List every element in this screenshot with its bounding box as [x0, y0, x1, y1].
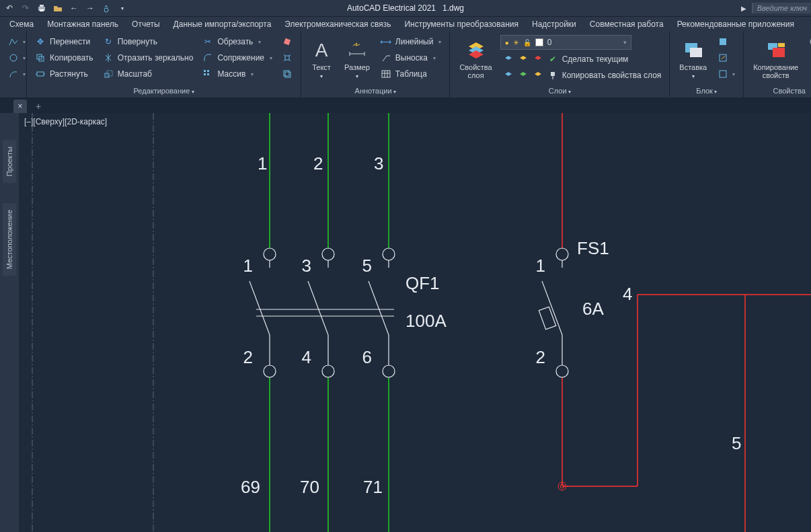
table-button[interactable]: Таблица [378, 67, 445, 81]
svg-rect-10 [204, 70, 206, 72]
color-button[interactable]: ▾ [806, 35, 811, 48]
array-button[interactable]: Массив [200, 67, 275, 81]
make-current-button[interactable]: ✔ Сделать текущим [500, 52, 664, 66]
qat-dropdown-icon[interactable]: ▾ [117, 3, 128, 13]
doc-tab-new[interactable]: + [31, 100, 46, 113]
mirror-button[interactable]: Отразить зеркально [100, 51, 196, 65]
copy-layer-props-button[interactable]: Копировать свойства слоя [500, 69, 664, 82]
fs-t4: 4 [623, 284, 632, 304]
fs-t1: 1 [536, 256, 545, 276]
qf-rating: 100A [406, 311, 447, 331]
menubar: Схема Монтажная панель Отчеты Данные имп… [0, 16, 811, 31]
block-edit-button[interactable] [715, 51, 738, 65]
right-5: 5 [732, 433, 741, 453]
svg-rect-20 [551, 72, 555, 76]
menu-import[interactable]: Данные импорта/экспорта [173, 20, 272, 29]
dimension-icon [346, 39, 368, 61]
block-create-button[interactable] [715, 35, 738, 48]
side-tab-projects[interactable]: Проекты [3, 140, 16, 183]
doc-tab-close[interactable]: × [13, 100, 27, 113]
circle-button[interactable]: ▾ [5, 51, 28, 65]
insert-button[interactable]: Вставка [675, 34, 711, 85]
title-center: AutoCAD Electrical 2021 1.dwg [347, 3, 464, 13]
array-label: Массив [217, 69, 245, 79]
block-create-icon [718, 36, 728, 47]
open-icon[interactable] [52, 3, 63, 13]
erase-button[interactable] [279, 35, 295, 48]
panel-block-title[interactable]: Блок [675, 85, 738, 98]
match-props-label: Копирование свойств [753, 63, 798, 79]
arc-button[interactable]: ▾ [5, 67, 28, 81]
panel-layers-title[interactable]: Слои [455, 85, 664, 98]
bulb-icon: ● [505, 39, 509, 46]
nav-fwd-icon[interactable]: → [85, 3, 95, 13]
panel-props-title[interactable]: Свойства [749, 85, 811, 98]
drawing-area[interactable]: Проекты Местоположение [–][Сверху][2D-ка… [0, 113, 811, 532]
chevron-down-icon: ▾ [623, 39, 627, 46]
match-props-icon [765, 39, 787, 61]
move-button[interactable]: ✥Перенести [32, 35, 96, 48]
menu-addins[interactable]: Надстройки [532, 20, 576, 29]
layer-props-button[interactable]: Свойства слоя [455, 34, 496, 85]
stretch-button[interactable]: Растянуть [32, 67, 96, 81]
polyline-button[interactable]: ▾ [5, 35, 28, 48]
svg-rect-23 [690, 48, 702, 57]
lineweight-button[interactable]: ▾ [806, 51, 811, 65]
play-icon[interactable]: ▶ [741, 5, 746, 12]
share-icon[interactable] [101, 3, 112, 13]
print-icon[interactable] [36, 3, 47, 13]
qf-b6: 6 [362, 347, 372, 367]
layer-combo[interactable]: ● ☀ 🔓 0 ▾ [500, 35, 631, 50]
menu-panel[interactable]: Монтажная панель [47, 20, 118, 29]
match-props-button[interactable]: Копирование свойств [749, 34, 802, 85]
explode-button[interactable] [279, 51, 295, 65]
layers4-icon [503, 70, 514, 81]
block-attr-button[interactable]: ▾ [715, 67, 738, 81]
search-input[interactable]: Введите ключ [752, 3, 811, 13]
array-icon [202, 69, 213, 79]
schematic-canvas[interactable]: 1 2 3 1 3 5 2 4 6 QF1 100A 1 2 FS1 6A 4 … [19, 113, 811, 532]
menu-reports[interactable]: Отчеты [132, 20, 159, 29]
move-icon: ✥ [35, 36, 46, 47]
offset-button[interactable] [279, 67, 295, 81]
linear-label: Линейный [395, 37, 434, 46]
arc-icon [8, 69, 19, 79]
menu-emech[interactable]: Электромеханическая связь [284, 20, 391, 29]
svg-rect-24 [720, 38, 726, 45]
menu-recommended[interactable]: Рекомендованные приложения [677, 20, 794, 29]
svg-line-56 [249, 281, 270, 335]
undo-arrow-icon[interactable]: ↶ [4, 3, 15, 13]
menu-collab[interactable]: Совместная работа [590, 20, 664, 29]
copy-label: Копировать [50, 53, 93, 63]
fillet-button[interactable]: Сопряжение [200, 51, 275, 65]
leader-button[interactable]: Выноска [378, 51, 445, 65]
copy-button[interactable]: Копировать [32, 51, 96, 65]
leader-icon [381, 52, 391, 63]
menu-schema[interactable]: Схема [9, 20, 34, 29]
side-tab-location[interactable]: Местоположение [3, 203, 16, 276]
text-button[interactable]: A Текст [307, 34, 336, 85]
redo-arrow-icon[interactable]: ↷ [20, 3, 31, 13]
quick-access-toolbar: ↶ ↷ ← → ▾ [4, 3, 128, 13]
dimension-button[interactable]: Размер [340, 34, 374, 85]
rotate-button[interactable]: ↻Повернуть [100, 35, 196, 48]
svg-text:A: A [315, 40, 328, 61]
layers-icon [503, 54, 514, 65]
qf-label: QF1 [406, 273, 440, 293]
menu-convert[interactable]: Инструменты преобразования [404, 20, 518, 29]
panel-annot-title[interactable]: Аннотации [307, 85, 444, 98]
svg-point-72 [556, 365, 568, 377]
linetype-button[interactable]: ▾ [806, 67, 811, 81]
trim-button[interactable]: ✂Обрезать [200, 35, 275, 48]
wire-3: 3 [374, 153, 383, 174]
scale-button[interactable]: Масштаб [100, 67, 196, 81]
panel-edit-title[interactable]: Редактирование [32, 85, 295, 98]
svg-rect-21 [552, 76, 553, 79]
layers3-icon [533, 54, 543, 65]
panel-draw-title[interactable] [5, 85, 21, 98]
copy-layer-props-label: Копировать свойства слоя [562, 71, 662, 80]
nav-back-icon[interactable]: ← [69, 3, 79, 13]
check-icon: ✔ [547, 54, 558, 65]
linear-button[interactable]: ⟷Линейный [378, 35, 445, 48]
fs-rating: 6A [582, 299, 604, 319]
